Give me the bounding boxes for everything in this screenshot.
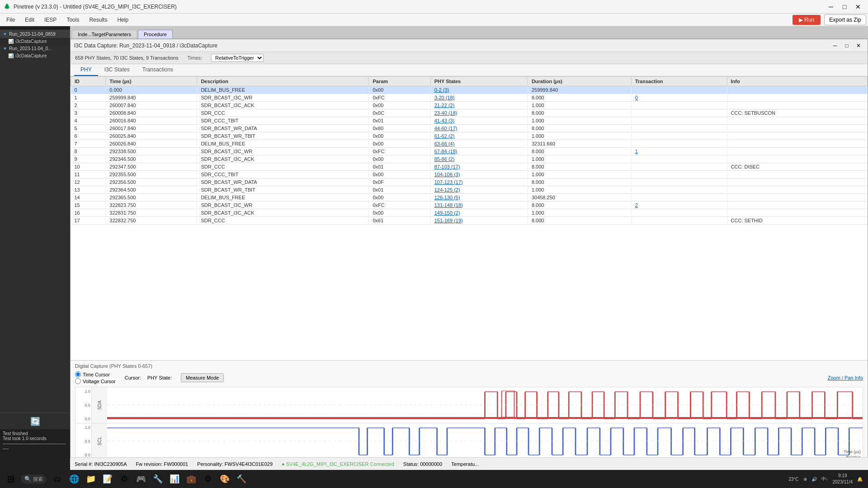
table-cell[interactable]: 61-62 (2) [430,132,528,140]
table-cell[interactable]: 44-60 (17) [430,125,528,132]
table-cell [631,140,727,148]
start-button[interactable]: ⊞ [2,471,20,487]
table-cell[interactable]: 63-66 (4) [430,140,528,148]
bg-tab-procedure[interactable]: Procedure [138,30,173,38]
table-cell[interactable]: 149-150 (2) [430,209,528,217]
bg-tab-1[interactable]: Inde...TargetParameters [72,30,137,38]
menu-results[interactable]: Results [85,15,112,24]
time-cursor-input[interactable] [75,371,81,377]
taskbar-notification[interactable]: 🔔 [857,477,863,482]
taskbar-app-gear[interactable]: ⚙ [200,471,216,487]
table-row[interactable]: 15322823.750SDR_BCAST_I3C_WR0xFC131-148 … [71,202,868,209]
taskbar-search-box[interactable]: 🔍 搜索 [21,474,47,484]
dialog-close[interactable]: ✕ [853,41,864,50]
sidebar-run2[interactable]: ▼ Run_2023-11-04_0... [0,45,70,52]
menu-iesp[interactable]: IESP [40,15,61,24]
table-cell[interactable]: 3-20 (18) [430,94,528,102]
table-row[interactable]: 11292355.500SDR_CCC_TBIT0x00104-106 (3)1… [71,171,868,178]
maximize-button[interactable]: □ [838,2,851,12]
table-cell[interactable]: 85-86 (2) [430,155,528,163]
time-cursor-label: Time Cursor [83,372,110,377]
taskbar-app-settings[interactable]: ⚙ [116,471,132,487]
times-select[interactable]: RelativeToTrigger Absolute RelativeToSta… [211,54,264,62]
sidebar-run1-sub[interactable]: 📊 i3cDataCapture [0,38,70,45]
table-row[interactable]: 4260016.840SDR_CCC_TBIT0x0141-43 (3)1.00… [71,117,868,125]
table-row[interactable]: 8292338.500SDR_BCAST_I3C_WR0xFC67-84 (18… [71,148,868,155]
run-button[interactable]: ▶ Run [793,15,821,25]
sda-y-axis: 1.0 0.5 0.0 [75,387,91,423]
table-row[interactable]: 5260017.840SDR_BCAST_WR_DATA0x8044-60 (1… [71,125,868,132]
taskbar-app-hammer[interactable]: 🔨 [233,471,250,487]
table-cell[interactable]: 23-40 (18) [430,109,528,117]
table-cell[interactable]: 87-103 (17) [430,163,528,171]
menu-tools[interactable]: Tools [62,15,84,24]
status-serial: Serial #: INI3C230905A [75,461,127,467]
table-row[interactable]: 10292347.500SDR_CCC0x0187-103 (17)8.000C… [71,163,868,171]
table-row[interactable]: 17322832.750SDR_CCC0x61151-169 (19)8.000… [71,217,868,225]
table-row[interactable]: 13292364.500SDR_BCAST_WR_TBIT0x01124-125… [71,186,868,194]
table-row[interactable]: 3260008.840SDR_CCC0x0C23-40 (18)8.000CCC… [71,109,868,117]
sidebar-run2-sub[interactable]: 📊 i3cDataCapture [0,52,70,59]
export-zip-button[interactable]: Export as Zip [824,14,866,25]
table-cell[interactable]: 104-106 (3) [430,171,528,178]
table-cell: 1.000 [528,102,631,109]
sidebar-run1[interactable]: ▼ Run_2023-11-04_0859 [0,30,70,38]
console-line-2: Test took 1.0 seconds [3,436,67,441]
table-cell[interactable]: 1 [631,148,727,155]
tab-phy[interactable]: PHY [74,64,98,76]
voltage-cursor-input[interactable] [75,378,81,384]
table-cell[interactable]: 131-148 (18) [430,202,528,209]
table-row[interactable]: 2260007.840SDR_BCAST_I3C_ACK0x0021-22 (2… [71,102,868,109]
table-row[interactable]: 9292346.500SDR_BCAST_I3C_ACK0x0085-86 (2… [71,155,868,163]
sidebar-icon-refresh[interactable]: 🔄 [0,413,70,430]
table-cell: 8.000 [528,163,631,171]
sidebar: ▼ Run_2023-11-04_0859 📊 i3cDataCapture ▼… [0,26,70,470]
table-cell[interactable]: 151-169 (19) [430,217,528,225]
zoom-pan-info[interactable]: Zoom / Pan Info [828,375,863,380]
table-cell: SDR_BCAST_WR_TBIT [197,186,369,194]
menu-file[interactable]: File [2,15,19,24]
taskbar-app-notepad[interactable]: 📝 [99,471,116,487]
table-cell: 3 [71,109,106,117]
table-cell[interactable]: 0-2 (3) [430,86,528,94]
minimize-button[interactable]: ─ [825,2,837,12]
table-cell: 16 [71,209,106,217]
table-row[interactable]: 14292365.500DELIM_BUS_FREE0x00126-130 (5… [71,194,868,202]
taskbar-app-tool[interactable]: 🔧 [150,471,166,487]
tab-transactions[interactable]: Transactions [136,64,179,76]
taskbar-app-briefcase[interactable]: 💼 [183,471,199,487]
table-row[interactable]: 16322831.750SDR_BCAST_I3C_ACK0x00149-150… [71,209,868,217]
time-cursor-radio[interactable]: Time Cursor [75,371,116,377]
close-button[interactable]: ✕ [852,2,864,12]
table-cell[interactable]: 41-43 (3) [430,117,528,125]
dialog-maximize[interactable]: □ [841,41,852,50]
table-cell[interactable]: 2 [631,202,727,209]
tab-i3c-states[interactable]: I3C States [98,64,136,76]
table-row[interactable]: 1259999.840SDR_BCAST_I3C_WR0xFC3-20 (18)… [71,94,868,102]
table-row[interactable]: 00.000DELIM_BUS_FREE0x000-2 (3)259999.84… [71,86,868,94]
taskbar-app-files[interactable]: 📁 [83,471,99,487]
table-cell[interactable]: 0 [631,94,727,102]
taskbar-app-game[interactable]: 🎮 [133,471,149,487]
taskbar-app-chart[interactable]: 📊 [166,471,183,487]
dialog-minimize[interactable]: ─ [830,41,840,50]
taskbar-clock[interactable]: 9:19 2023/11/4 [833,473,853,485]
table-cell[interactable]: 67-84 (18) [430,148,528,155]
table-row[interactable]: 6260025.840SDR_BCAST_WR_TBIT0x0061-62 (2… [71,132,868,140]
menu-help[interactable]: Help [113,15,133,24]
voltage-cursor-radio[interactable]: Voltage Cursor [75,378,116,384]
taskbar-app-art[interactable]: 🎨 [217,471,233,487]
menu-edit[interactable]: Edit [20,15,39,24]
table-cell: 14 [71,194,106,202]
table-cell[interactable]: 21-22 (2) [430,102,528,109]
taskbar-app-explorer[interactable]: 🗂 [49,471,66,487]
table-row[interactable]: 12292356.500SDR_BCAST_WR_DATA0x0F107-123… [71,178,868,186]
table-cell[interactable]: 124-125 (2) [430,186,528,194]
table-cell: DELIM_BUS_FREE [197,86,369,94]
table-row[interactable]: 7260026.840DELIM_BUS_FREE0x0063-66 (4)32… [71,140,868,148]
taskbar-app-edge[interactable]: 🌐 [66,471,82,487]
measure-mode-button[interactable]: Measure Mode [181,373,224,382]
table-cell: 292356.500 [106,178,197,186]
table-cell[interactable]: 107-123 (17) [430,178,528,186]
table-cell[interactable]: 126-130 (5) [430,194,528,202]
